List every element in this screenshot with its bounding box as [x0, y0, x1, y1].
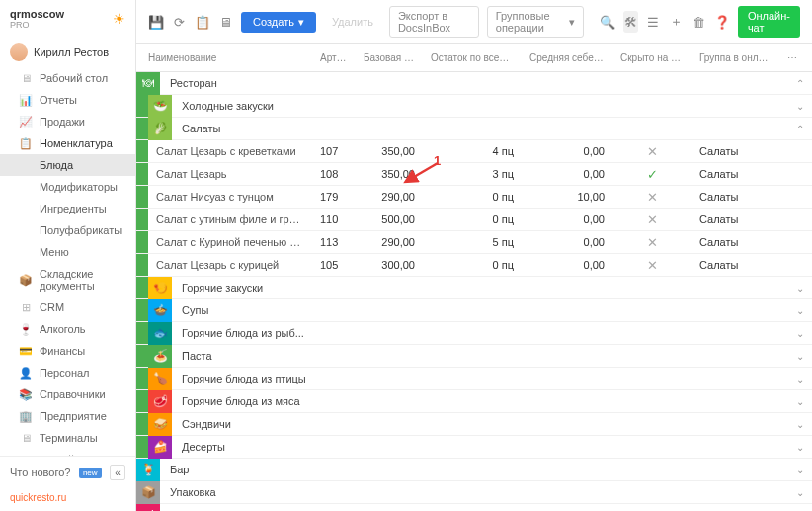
category-label: Горячие блюда из рыб... [172, 327, 788, 339]
user-row[interactable]: Кирилл Рестов [0, 38, 135, 67]
sidebar-item[interactable]: 📈Продажи [0, 111, 135, 132]
category-row[interactable]: 🍗Горячие блюда из птицы⌄ [136, 368, 812, 390]
sidebar-item[interactable]: Меню [0, 241, 135, 263]
col-cost[interactable]: Средняя себестоимость... [522, 52, 612, 63]
category-row[interactable]: 🥬Салаты⌃ [136, 118, 812, 140]
col-group[interactable]: Группа в онлайн-меню [691, 52, 780, 63]
indent-bar [136, 413, 148, 435]
sidebar-item[interactable]: 📊Отчеты [0, 89, 135, 111]
chevron-icon[interactable]: ⌃ [788, 78, 812, 89]
nav-label: Модификаторы [40, 181, 118, 193]
chevron-icon[interactable]: ⌄ [788, 419, 812, 430]
tools-icon[interactable]: 🛠 [623, 11, 638, 33]
category-row[interactable]: 📦Упаковка⌄ [136, 481, 812, 504]
item-hidden-icon[interactable]: ✓ [612, 167, 691, 182]
refresh-icon[interactable]: ⟳ [172, 11, 187, 33]
sidebar-item[interactable]: Модификаторы [0, 176, 135, 198]
footer-link[interactable]: quickresto.ru [0, 488, 135, 511]
category-label: Паста [172, 350, 788, 362]
chevron-icon[interactable]: ⌄ [788, 487, 812, 498]
create-button[interactable]: Создать▾ [241, 12, 316, 33]
category-row[interactable]: 🌶Допы⌄ [136, 504, 812, 511]
org-header[interactable]: qrmoscow PRO ☀ [0, 0, 135, 38]
save-icon[interactable]: 💾 [148, 11, 164, 33]
sidebar-item[interactable]: 🏢Предприятие [0, 405, 135, 427]
category-row[interactable]: 🍝Паста⌄ [136, 345, 812, 368]
nav-icon: 📊 [20, 94, 32, 106]
item-row[interactable]: Салат Цезарь с креветками107350,004 пц0,… [136, 140, 812, 163]
online-chat-button[interactable]: Онлайн-чат [738, 6, 800, 38]
sidebar-item[interactable]: ⚙Устройства [0, 449, 135, 456]
add-icon[interactable]: ＋ [669, 11, 684, 33]
category-row[interactable]: 🍤Горячие закуски⌄ [136, 277, 812, 299]
item-row[interactable]: Салат с Куриной печенью и гр...113290,00… [136, 231, 812, 254]
item-row[interactable]: Салат Нисуаз с тунцом179290,000 пц10,00✕… [136, 186, 812, 209]
sun-icon[interactable]: ☀ [113, 11, 125, 27]
sidebar-item[interactable]: 🖥Рабочий стол [0, 67, 135, 89]
sidebar-item[interactable]: 💳Финансы [0, 340, 135, 362]
sidebar-item[interactable]: 📋Номенклатура [0, 132, 135, 154]
export-button[interactable]: Экспорт в DocsInBox [389, 6, 479, 38]
sidebar-item[interactable]: 🍷Алкоголь [0, 318, 135, 340]
category-row[interactable]: 🐟Горячие блюда из рыб...⌄ [136, 322, 812, 345]
category-label: Сэндвичи [172, 418, 788, 430]
chevron-icon[interactable]: ⌄ [788, 101, 812, 112]
category-row[interactable]: 🥪Сэндвичи⌄ [136, 413, 812, 436]
item-cost: 0,00 [522, 145, 612, 157]
sidebar-item[interactable]: Полуфабрикаты [0, 219, 135, 241]
chevron-icon[interactable]: ⌄ [788, 283, 812, 294]
col-hidden[interactable]: Скрыто на терминалах [612, 52, 691, 63]
item-hidden-icon[interactable]: ✕ [612, 258, 691, 273]
col-price[interactable]: Базовая цена, ₽ [356, 52, 423, 63]
chevron-icon[interactable]: ⌄ [788, 305, 812, 316]
category-row[interactable]: 🍲Супы⌄ [136, 299, 812, 322]
category-row[interactable]: 🍰Десерты⌄ [136, 436, 812, 459]
item-hidden-icon[interactable]: ✕ [612, 213, 691, 227]
sidebar-item[interactable]: Блюда [0, 154, 135, 176]
copy-icon[interactable]: 📋 [195, 11, 210, 33]
category-row[interactable]: 🍹Бар⌄ [136, 459, 812, 481]
sidebar-item[interactable]: 🖥Терминалы [0, 427, 135, 449]
chevron-icon[interactable]: ⌄ [788, 328, 812, 339]
indent-bar [136, 231, 148, 253]
item-row[interactable]: Салат Цезарь108350,003 пц0,00✓Салаты [136, 163, 812, 186]
chevron-icon[interactable]: ⌄ [788, 465, 812, 475]
sidebar-item[interactable]: 👤Персонал [0, 362, 135, 383]
category-icon: 🌶 [136, 504, 160, 512]
category-row[interactable]: 🥩Горячие блюда из мяса⌄ [136, 390, 812, 413]
category-icon: 🥪 [148, 413, 172, 436]
chevron-icon[interactable]: ⌄ [788, 396, 812, 407]
nav-label: Отчеты [40, 94, 77, 106]
item-hidden-icon[interactable]: ✕ [612, 190, 691, 205]
collapse-sidebar-icon[interactable]: « [110, 465, 125, 480]
item-row[interactable]: Салат Цезарь с курицей105300,000 пц0,00✕… [136, 254, 812, 277]
chevron-icon[interactable]: ⌄ [788, 442, 812, 453]
search-icon[interactable]: 🔍 [600, 11, 615, 33]
col-name[interactable]: Наименование [136, 52, 312, 63]
sidebar-item[interactable]: ⊞CRM [0, 297, 135, 318]
more-columns-icon[interactable]: ⋯ [780, 52, 804, 63]
item-row[interactable]: Салат с утиным филе и грейп...110500,000… [136, 209, 812, 231]
item-article: 113 [312, 236, 356, 248]
category-row[interactable]: 🥗Холодные закуски⌄ [136, 95, 812, 118]
help-icon[interactable]: ❓ [714, 11, 730, 33]
chevron-icon[interactable]: ⌃ [788, 124, 812, 134]
item-hidden-icon[interactable]: ✕ [612, 144, 691, 159]
chevron-icon[interactable]: ⌄ [788, 351, 812, 362]
sidebar-item[interactable]: 📦Складские документы [0, 263, 135, 297]
trash-icon[interactable]: 🗑 [691, 11, 706, 33]
category-label: Бар [160, 464, 788, 475]
delete-button[interactable]: Удалить [324, 12, 381, 32]
list-icon[interactable]: ☰ [646, 11, 661, 33]
sidebar-item[interactable]: Ингредиенты [0, 198, 135, 219]
item-hidden-icon[interactable]: ✕ [612, 235, 691, 250]
group-ops-button[interactable]: Групповые операции▾ [487, 6, 584, 38]
news-link[interactable]: Что нового? [10, 467, 70, 478]
device-icon[interactable]: 🖥 [218, 11, 233, 33]
sidebar-item[interactable]: 📚Справочники [0, 383, 135, 405]
col-art[interactable]: Артикул [312, 52, 356, 63]
chevron-icon[interactable]: ⌄ [788, 374, 812, 384]
col-stock[interactable]: Остаток по всем складам,... [423, 52, 522, 63]
category-row[interactable]: 🍽Ресторан⌃ [136, 72, 812, 95]
item-stock: 5 пц [423, 236, 522, 248]
